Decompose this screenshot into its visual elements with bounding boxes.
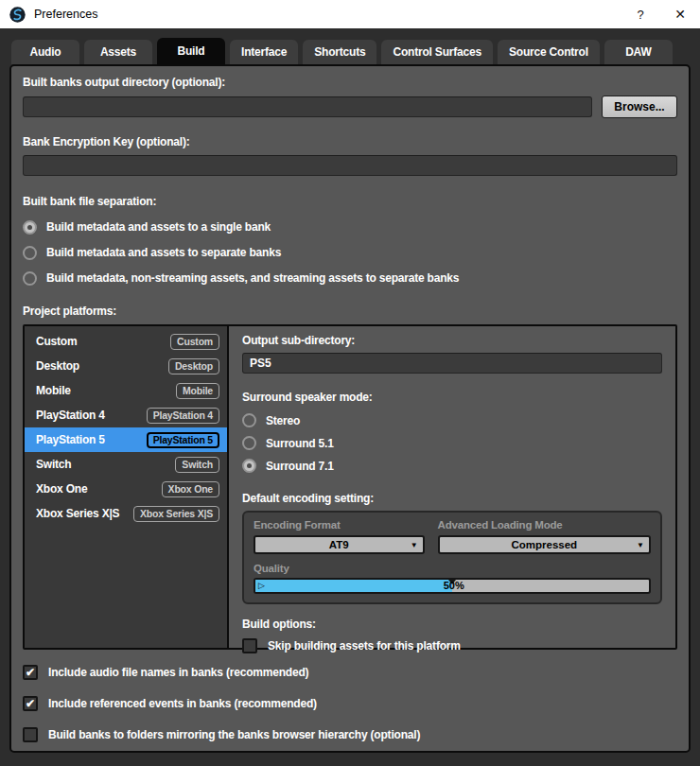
quality-slider-fill [255,580,452,592]
platform-badge: Custom [170,334,219,350]
encoding-settings-group: Encoding Format AT9 ▼ Advanced Loading M… [242,511,662,604]
platform-badge: Mobile [176,383,219,399]
platform-name: Switch [36,458,71,471]
quality-label: Quality [254,562,651,575]
checkbox-label: Skip building assets for this platform [268,639,461,653]
quality-value: 50% [444,580,464,592]
platform-badge: PlayStation 5 [147,432,219,448]
tab-build[interactable]: Build [157,38,225,66]
separation-option-separate-banks[interactable]: Build metadata and assets to separate ba… [23,245,677,260]
platform-item-playstation-4[interactable]: PlayStation 4 PlayStation 4 [25,403,227,427]
platform-name: Desktop [36,359,79,373]
radio-label: Build metadata and assets to a single ba… [46,220,271,234]
platform-name: PlayStation 5 [36,433,105,446]
radio-label: Stereo [266,414,300,427]
platform-badge: Xbox Series X|S [133,506,219,522]
platform-badge: Switch [175,457,219,473]
project-platforms-label: Project platforms: [23,305,677,319]
separation-option-streaming-separate[interactable]: Build metadata, non-streaming assets, an… [23,270,677,286]
speaker-option-surround-51[interactable]: Surround 5.1 [242,436,662,450]
platform-badge: PlayStation 4 [147,408,219,424]
tab-daw[interactable]: DAW [604,40,673,64]
radio-label: Surround 7.1 [266,460,334,473]
tab-audio[interactable]: Audio [11,40,79,64]
bank-separation-label: Built bank file separation: [23,195,677,209]
help-button[interactable]: ? [621,0,660,28]
tab-control-surfaces[interactable]: Control Surfaces [381,40,493,64]
platform-list: Custom Custom Desktop Desktop Mobile Mob… [25,326,229,648]
radio-button[interactable] [242,413,256,427]
platform-item-xbox-one[interactable]: Xbox One Xbox One [25,477,227,501]
advanced-loading-mode-label: Advanced Loading Mode [438,518,651,531]
platform-name: Custom [36,335,77,348]
platforms-box: Custom Custom Desktop Desktop Mobile Mob… [23,324,677,650]
include-referenced-events-option[interactable]: Include referenced events in banks (reco… [23,695,677,712]
tab-shortcuts[interactable]: Shortcuts [303,40,376,64]
chevron-down-icon: ▼ [411,541,418,549]
chevron-down-icon: ▼ [637,541,644,549]
quality-slider[interactable]: ▷ 50% [254,578,651,594]
encoding-format-dropdown[interactable]: AT9 ▼ [254,535,425,554]
output-subdirectory-input[interactable] [242,353,662,374]
radio-button[interactable] [23,246,37,260]
tab-interface[interactable]: Interface [230,40,298,64]
title-bar: Preferences ? ✕ [0,0,700,28]
preferences-tab-bar: Audio Assets Build Interface Shortcuts C… [0,36,700,64]
checkbox-label: Include audio file names in banks (recom… [48,666,308,679]
encoding-format-value: AT9 [329,539,349,550]
advanced-loading-mode-value: Compressed [511,539,577,550]
output-directory-label: Built banks output directory (optional): [23,76,677,90]
platform-name: Xbox One [36,482,87,496]
advanced-loading-mode-dropdown[interactable]: Compressed ▼ [438,535,651,554]
radio-button[interactable] [242,436,256,450]
build-settings-panel: Built banks output directory (optional):… [9,64,691,753]
platform-badge: Desktop [168,358,219,374]
platform-name: Mobile [36,384,71,397]
encryption-key-label: Bank Encryption Key (optional): [23,135,677,149]
checkbox[interactable] [23,665,38,680]
platform-name: Xbox Series X|S [36,507,119,520]
checkbox[interactable] [23,696,38,711]
build-options-label: Build options: [242,618,662,632]
build-banks-to-folders-option[interactable]: Build banks to folders mirroring the ban… [23,726,677,743]
encryption-key-input[interactable] [23,155,677,176]
platform-badge: Xbox One [162,481,219,497]
platform-detail-panel: Output sub-directory: Surround speaker m… [229,326,675,648]
default-encoding-label: Default encoding setting: [242,492,662,506]
output-subdirectory-label: Output sub-directory: [242,334,662,348]
platform-item-switch[interactable]: Switch Switch [25,452,227,477]
fmod-studio-icon [9,7,26,23]
browse-button[interactable]: Browse... [602,96,677,118]
checkbox[interactable] [23,727,38,742]
platform-item-desktop[interactable]: Desktop Desktop [25,354,227,378]
output-directory-input[interactable] [23,96,592,117]
encoding-format-label: Encoding Format [254,518,425,531]
radio-label: Build metadata and assets to separate ba… [46,246,281,259]
radio-button[interactable] [242,459,256,473]
platform-name: PlayStation 4 [36,409,105,422]
play-triangle-icon: ▷ [258,580,265,592]
include-audio-file-names-option[interactable]: Include audio file names in banks (recom… [23,664,677,681]
radio-label: Surround 5.1 [266,437,334,450]
speaker-option-surround-71[interactable]: Surround 7.1 [242,459,662,473]
radio-label: Build metadata, non-streaming assets, an… [46,271,459,285]
surround-speaker-mode-label: Surround speaker mode: [242,391,662,405]
platform-item-playstation-5[interactable]: PlayStation 5 PlayStation 5 [25,427,227,452]
speaker-option-stereo[interactable]: Stereo [242,413,662,427]
window-title: Preferences [34,8,97,21]
checkbox-label: Build banks to folders mirroring the ban… [48,728,420,741]
separation-option-single-bank[interactable]: Build metadata and assets to a single ba… [23,219,677,235]
radio-button[interactable] [23,271,37,286]
platform-item-mobile[interactable]: Mobile Mobile [25,378,227,403]
tab-assets[interactable]: Assets [84,40,152,64]
skip-building-assets-option[interactable]: Skip building assets for this platform [242,637,662,654]
close-button[interactable]: ✕ [660,0,700,28]
checkbox-label: Include referenced events in banks (reco… [48,697,317,710]
platform-item-custom[interactable]: Custom Custom [25,329,227,354]
radio-button[interactable] [23,220,37,235]
platform-item-xbox-series-xs[interactable]: Xbox Series X|S Xbox Series X|S [25,501,227,526]
checkbox[interactable] [242,638,257,653]
tab-source-control[interactable]: Source Control [498,40,600,64]
